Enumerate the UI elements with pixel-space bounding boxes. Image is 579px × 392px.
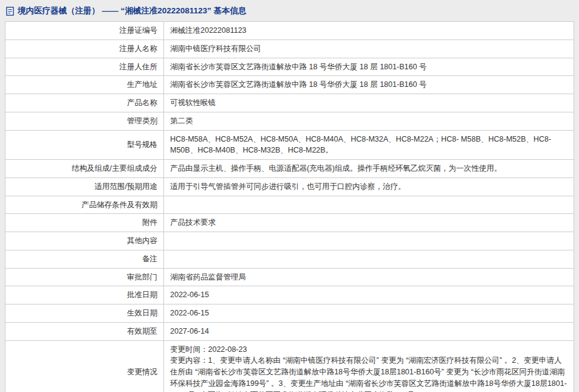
table-row: 其他内容	[5, 232, 574, 250]
table-row: 变更情况变更时间：2022-08-23 变更内容：1、变更申请人名称由 “湖南中…	[5, 340, 574, 392]
document-icon	[6, 7, 14, 16]
row-label: 注册人名称	[5, 40, 164, 58]
row-value: 第二类	[164, 112, 574, 130]
row-label: 产品储存条件及有效期	[5, 196, 164, 214]
row-value: HC8-M58A、HC8-M52A、HC8-M50A、HC8-M40A、HC8-…	[164, 130, 574, 160]
row-label: 生产地址	[5, 76, 164, 94]
row-value: 变更时间：2022-08-23 变更内容：1、变更申请人名称由 “湖南中镜医疗科…	[164, 340, 574, 392]
page: 境内医疗器械（注册） —— “湘械注准20222081123” 基本信息 注册证…	[0, 0, 579, 392]
table-row: 注册人名称湖南中镜医疗科技有限公司	[5, 40, 574, 58]
row-value: 2022-06-15	[164, 286, 574, 304]
row-label: 变更情况	[5, 340, 164, 392]
row-value: 2022-06-15	[164, 304, 574, 323]
row-label: 批准日期	[5, 286, 164, 304]
row-label: 审批部门	[5, 268, 164, 286]
table-row: 生产地址湖南省长沙市芙蓉区文艺路街道解放中路 18 号华侨大厦 18 层 180…	[5, 76, 574, 94]
table-row: 产品名称可视软性喉镜	[5, 94, 574, 112]
table-row: 结构及组成/主要组成成分产品由显示主机、操作手柄、电源适配器(充电器)组成。操作…	[5, 160, 574, 178]
table-row: 备注	[5, 250, 574, 268]
row-label: 备注	[5, 250, 164, 268]
table-row: 注册人住所湖南省长沙市芙蓉区文艺路街道解放中路 18 号华侨大厦 18 层 18…	[5, 58, 574, 76]
table-row: 有效期至2027-06-14	[5, 322, 574, 340]
table-row: 管理类别第二类	[5, 112, 574, 130]
row-value: 适用于引导气管插管并可同步进行吸引，也可用于口腔内诊察，治疗。	[164, 177, 574, 196]
row-value: 产品由显示主机、操作手柄、电源适配器(充电器)组成。操作手柄经环氧乙烷灭菌，为一…	[164, 160, 574, 178]
row-value: 产品技术要求	[164, 214, 574, 232]
row-label: 注册人住所	[5, 58, 164, 76]
row-label: 注册证编号	[5, 22, 164, 40]
table-row: 批准日期2022-06-15	[5, 286, 574, 304]
table-row: 审批部门湖南省药品监督管理局	[5, 268, 574, 286]
row-value: 湖南省药品监督管理局	[164, 268, 574, 286]
table-row: 适用范围/预期用途适用于引导气管插管并可同步进行吸引，也可用于口腔内诊察，治疗。	[5, 177, 574, 196]
row-value: 可视软性喉镜	[164, 94, 574, 112]
table-row: 型号规格HC8-M58A、HC8-M52A、HC8-M50A、HC8-M40A、…	[5, 130, 574, 160]
table-row: 产品储存条件及有效期	[5, 196, 574, 214]
row-value: 湖南省长沙市芙蓉区文艺路街道解放中路 18 号华侨大厦 18 层 1801-B1…	[164, 58, 574, 76]
row-value: 2027-06-14	[164, 322, 574, 340]
row-label: 适用范围/预期用途	[5, 177, 164, 196]
row-value: 湖南中镜医疗科技有限公司	[164, 40, 574, 58]
row-label: 管理类别	[5, 112, 164, 130]
info-table: 注册证编号湘械注准20222081123注册人名称湖南中镜医疗科技有限公司注册人…	[5, 21, 574, 392]
row-label: 产品名称	[5, 94, 164, 112]
row-label: 有效期至	[5, 322, 164, 340]
info-table-body: 注册证编号湘械注准20222081123注册人名称湖南中镜医疗科技有限公司注册人…	[5, 22, 574, 392]
table-row: 附件产品技术要求	[5, 214, 574, 232]
table-row: 注册证编号湘械注准20222081123	[5, 22, 574, 40]
row-value	[164, 196, 574, 214]
row-value: 湘械注准20222081123	[164, 22, 574, 40]
row-value	[164, 232, 574, 250]
row-label: 其他内容	[5, 232, 164, 250]
row-label: 附件	[5, 214, 164, 232]
row-label: 结构及组成/主要组成成分	[5, 160, 164, 178]
page-header: 境内医疗器械（注册） —— “湘械注准20222081123” 基本信息	[0, 0, 579, 21]
row-value: 湖南省长沙市芙蓉区文艺路街道解放中路 18 号华侨大厦 18 层 1801-B1…	[164, 76, 574, 94]
page-title: 境内医疗器械（注册） —— “湘械注准20222081123” 基本信息	[18, 5, 247, 16]
table-row: 生效日期2022-06-15	[5, 304, 574, 323]
row-value	[164, 250, 574, 268]
row-label: 型号规格	[5, 130, 164, 160]
row-label: 生效日期	[5, 304, 164, 323]
